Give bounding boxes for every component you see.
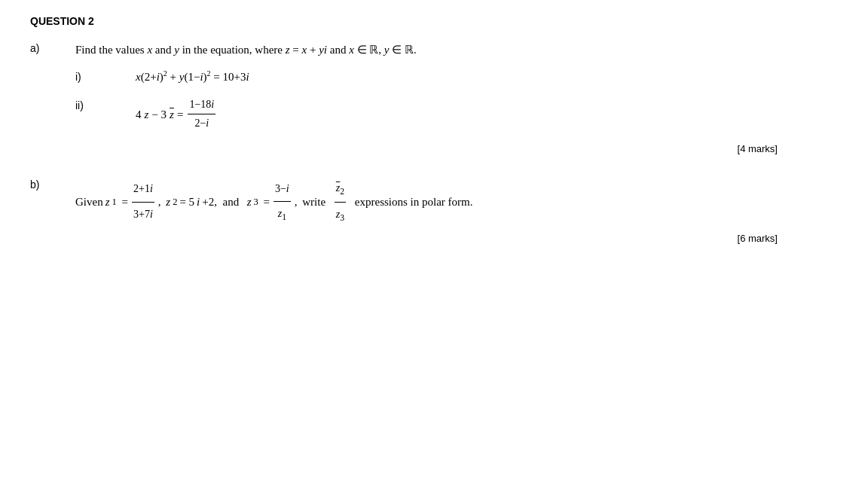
part-a-description: Find the values x and y in the equation,… <box>75 41 838 59</box>
part-b-equation: Given z1 = 2+1i 3+7i , z2 = 5i+2, and z3… <box>75 177 838 228</box>
part-a-content: Find the values x and y in the equation,… <box>75 41 838 162</box>
equation-ii: 4z − 3z = 1−18i 2−i <box>136 96 217 133</box>
end-text: expressions in polar form. <box>355 190 473 215</box>
write-text: write <box>302 190 326 215</box>
part-a-marks: [4 marks] <box>75 143 838 154</box>
part-b-marks: [6 marks] <box>75 233 838 244</box>
sub-label-i: i) <box>75 68 136 83</box>
part-b-content: Given z1 = 2+1i 3+7i , z2 = 5i+2, and z3… <box>75 177 838 252</box>
part-b: b) Given z1 = 2+1i 3+7i , z2 = 5i+2, and… <box>30 177 838 252</box>
given-label: Given <box>75 190 103 215</box>
part-a-label: a) <box>30 41 75 54</box>
question-title: QUESTION 2 <box>30 15 838 27</box>
sub-part-ii: ii) 4z − 3z = 1−18i 2−i <box>75 96 838 133</box>
sub-part-i: i) x(2+i)2 + y(1−i)2 = 10+3i <box>75 68 838 86</box>
sub-label-ii: ii) <box>75 96 136 111</box>
equation-i: x(2+i)2 + y(1−i)2 = 10+3i <box>136 68 249 86</box>
part-a: a) Find the values x and y in the equati… <box>30 41 838 162</box>
part-b-label: b) <box>30 177 75 191</box>
